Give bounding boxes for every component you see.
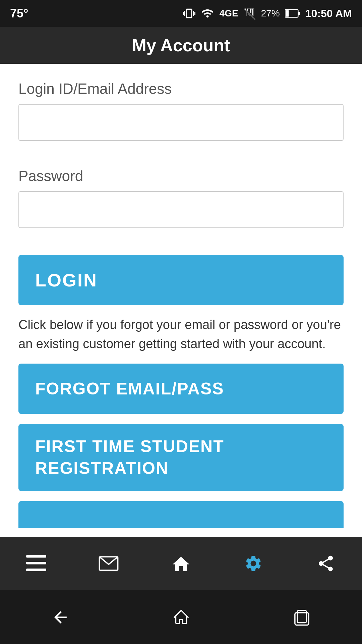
battery-icon [285, 8, 300, 19]
home-icon [171, 554, 191, 573]
system-nav [0, 590, 362, 644]
recents-icon [293, 608, 311, 627]
email-label: Login ID/Email Address [18, 80, 344, 97]
home-system-button[interactable] [161, 600, 201, 634]
main-content: Login ID/Email Address Password LOGIN Cl… [0, 64, 362, 545]
partial-button[interactable] [18, 501, 344, 528]
status-bar: 75° 4GE 27% 10:50 AM [0, 0, 362, 27]
home-system-icon [172, 608, 190, 627]
battery-percent: 27% [261, 8, 280, 19]
password-label: Password [18, 168, 344, 184]
email-input[interactable] [18, 104, 344, 141]
nav-home-button[interactable] [161, 547, 201, 580]
svg-rect-5 [26, 569, 46, 571]
bottom-nav [0, 537, 362, 590]
app-header: My Account [0, 27, 362, 64]
temperature: 75° [10, 6, 28, 20]
recents-button[interactable] [282, 600, 322, 634]
status-icons: 4GE 27% 10:50 AM [183, 7, 352, 20]
menu-icon [26, 555, 46, 572]
share-icon [316, 554, 336, 573]
gear-icon [243, 554, 263, 573]
first-time-student-button[interactable]: FIRST TIME STUDENT REGISTRATION [18, 424, 344, 491]
nav-share-button[interactable] [306, 547, 346, 580]
time: 10:50 AM [305, 7, 352, 20]
svg-rect-3 [26, 555, 46, 558]
help-text: Click below if you forgot your email or … [18, 315, 344, 354]
svg-rect-2 [298, 12, 300, 15]
signal-icon [243, 7, 256, 20]
password-input[interactable] [18, 191, 344, 228]
wifi-icon [200, 7, 215, 20]
mail-icon [99, 555, 119, 572]
back-button[interactable] [40, 600, 80, 634]
password-field-group: Password [18, 168, 344, 245]
back-icon [51, 608, 70, 627]
forgot-email-button[interactable]: FORGOT EMAIL/PASS [18, 364, 344, 414]
login-button[interactable]: LOGIN [18, 255, 344, 305]
svg-rect-1 [285, 10, 289, 17]
vibrate-icon [183, 7, 195, 20]
email-field-group: Login ID/Email Address [18, 80, 344, 158]
svg-rect-4 [26, 562, 46, 565]
page-title: My Account [132, 35, 230, 55]
network-type: 4GE [220, 8, 238, 19]
nav-settings-button[interactable] [233, 547, 274, 580]
nav-mail-button[interactable] [88, 547, 129, 580]
nav-menu-button[interactable] [16, 547, 56, 580]
